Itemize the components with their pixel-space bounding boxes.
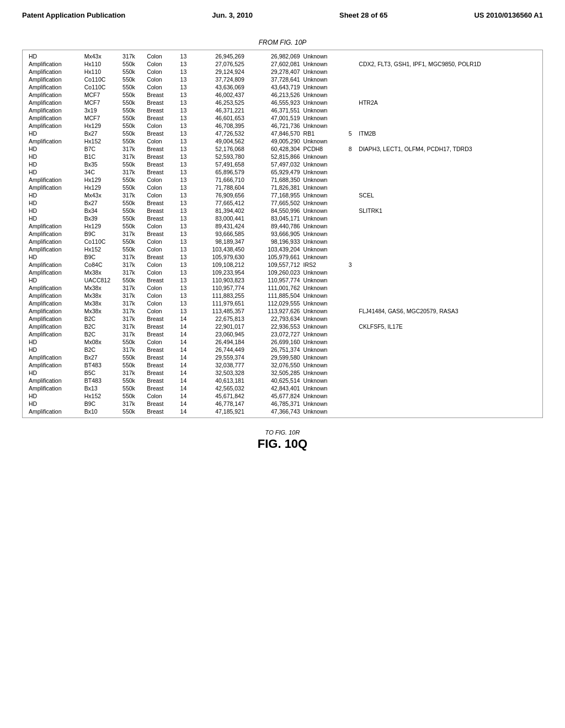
table-cell: Breast	[145, 207, 177, 215]
table-cell: Co110C	[83, 238, 121, 245]
table-cell: Breast	[145, 130, 177, 137]
table-cell: 47,726,532	[190, 130, 246, 137]
table-cell	[343, 284, 357, 292]
table-cell: 103,439,204	[246, 245, 302, 253]
table-cell: Breast	[145, 276, 177, 284]
table-cell: Bx13	[83, 384, 121, 392]
table-cell: 317k	[121, 253, 145, 261]
table-cell	[343, 384, 357, 392]
table-cell: Unknown	[302, 215, 344, 222]
table-cell	[357, 52, 538, 60]
table-cell: Amplification	[27, 408, 83, 415]
table-cell: 13	[177, 253, 190, 261]
table-row: HDB9C317kBreast13105,979,630105,979,661U…	[27, 253, 538, 261]
table-cell: Hx110	[83, 68, 121, 76]
table-cell: 93,666,905	[246, 230, 302, 238]
table-cell: 550k	[121, 160, 145, 168]
table-cell: MCF7	[83, 99, 121, 106]
table-cell: Breast	[145, 323, 177, 330]
table-cell: HD	[27, 215, 83, 222]
table-cell: 81,394,402	[190, 207, 246, 215]
table-cell: Amplification	[27, 122, 83, 130]
table-cell: 14	[177, 338, 190, 346]
table-cell: 550k	[121, 222, 145, 230]
table-cell: Hx129	[83, 184, 121, 191]
table-cell	[357, 269, 538, 276]
table-cell: Breast	[145, 160, 177, 168]
table-cell: Unknown	[302, 222, 344, 230]
data-table-container: HDMx43x317kColon1326,945,26926,982,069Un…	[22, 50, 543, 418]
table-cell: Breast	[145, 315, 177, 323]
table-cell	[357, 408, 538, 415]
table-cell	[357, 245, 538, 253]
table-cell: 60,428,304	[246, 145, 302, 153]
table-cell: Unknown	[302, 346, 344, 354]
table-row: AmplificationCo110C550kColon1398,189,347…	[27, 238, 538, 245]
table-cell	[343, 346, 357, 354]
table-cell: 13	[177, 299, 190, 307]
table-cell	[343, 361, 357, 369]
table-cell: 550k	[121, 276, 145, 284]
table-row: AmplificationHx129550kColon1371,788,6047…	[27, 184, 538, 191]
table-cell: 71,666,710	[190, 176, 246, 184]
table-cell: Colon	[145, 238, 177, 245]
table-cell: B9C	[83, 253, 121, 261]
table-row: AmplificationMx38x317kColon13111,883,255…	[27, 292, 538, 299]
table-cell: 13	[177, 122, 190, 130]
table-cell: Amplification	[27, 330, 83, 338]
table-cell: Unknown	[302, 91, 344, 99]
table-cell: 40,625,514	[246, 377, 302, 384]
table-cell: 14	[177, 354, 190, 361]
table-cell: Unknown	[302, 68, 344, 76]
table-cell: 103,438,450	[190, 245, 246, 253]
table-cell: Hx110	[83, 60, 121, 68]
table-cell: 550k	[121, 207, 145, 215]
table-row: AmplificationHx152550kColon13103,438,450…	[27, 245, 538, 253]
table-cell: HD	[27, 253, 83, 261]
table-cell: Unknown	[302, 307, 344, 315]
table-cell	[357, 160, 538, 168]
table-cell: HD	[27, 130, 83, 137]
table-cell: 89,431,424	[190, 222, 246, 230]
table-cell	[343, 184, 357, 191]
table-cell: Unknown	[302, 284, 344, 292]
table-cell: 13	[177, 276, 190, 284]
page: Patent Application Publication Jun. 3, 2…	[0, 0, 565, 728]
table-cell	[357, 238, 538, 245]
table-cell: Bx27	[83, 354, 121, 361]
table-cell: Unknown	[302, 276, 344, 284]
table-cell	[343, 160, 357, 168]
table-cell	[343, 369, 357, 377]
table-cell: 47,846,570	[246, 130, 302, 137]
table-cell: Unknown	[302, 199, 344, 207]
table-cell: Hx152	[83, 392, 121, 400]
table-cell: B5C	[83, 369, 121, 377]
table-cell: B9C	[83, 230, 121, 238]
table-cell: DIAPH3, LECT1, OLFM4, PCDH17, TDRD3	[357, 145, 538, 153]
table-cell: Amplification	[27, 137, 83, 145]
table-cell: Hx152	[83, 137, 121, 145]
table-row: AmplificationB9C317kBreast1393,666,58593…	[27, 230, 538, 238]
table-cell: Amplification	[27, 245, 83, 253]
table-cell: Breast	[145, 354, 177, 361]
table-cell: Mx43x	[83, 52, 121, 60]
table-cell: Bx27	[83, 130, 121, 137]
table-cell	[357, 253, 538, 261]
table-cell: 13	[177, 168, 190, 176]
table-cell: Co110C	[83, 76, 121, 83]
date-label: Jun. 3, 2010	[212, 11, 253, 19]
table-cell: 23,060,945	[190, 330, 246, 338]
table-cell	[357, 215, 538, 222]
table-cell: 14	[177, 392, 190, 400]
table-row: Amplification3x19550kBreast1346,371,2214…	[27, 106, 538, 114]
table-row: HDHx152550kColon1445,671,84245,677,824Un…	[27, 392, 538, 400]
table-cell: 26,699,160	[246, 338, 302, 346]
table-row: AmplificationHx129550kColon1389,431,4248…	[27, 222, 538, 230]
table-cell	[357, 384, 538, 392]
table-cell: 14	[177, 408, 190, 415]
table-cell: 13	[177, 137, 190, 145]
table-cell	[357, 392, 538, 400]
table-cell: Unknown	[302, 323, 344, 330]
table-cell: HTR2A	[357, 99, 538, 106]
table-row: HDBx39550kBreast1383,000,44183,045,171Un…	[27, 215, 538, 222]
